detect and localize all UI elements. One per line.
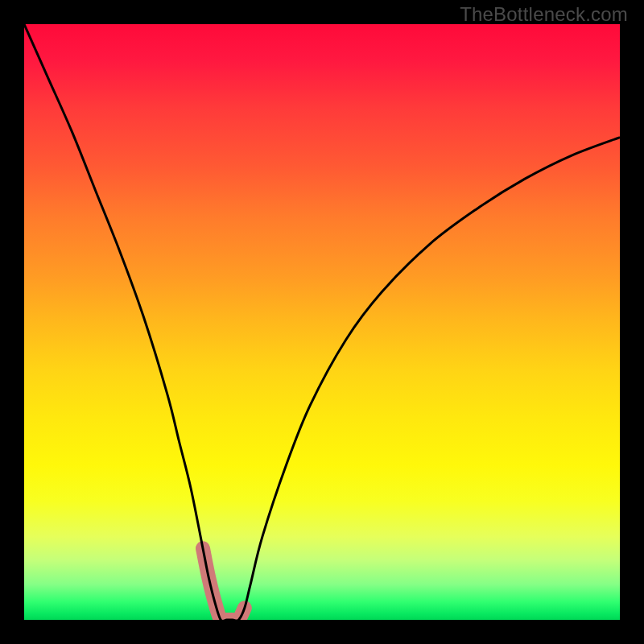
bottleneck-curve [24, 24, 620, 620]
plot-area [24, 24, 620, 620]
chart-frame: TheBottleneck.com [0, 0, 644, 644]
watermark-text: TheBottleneck.com [460, 3, 628, 26]
main-curve [24, 24, 620, 620]
